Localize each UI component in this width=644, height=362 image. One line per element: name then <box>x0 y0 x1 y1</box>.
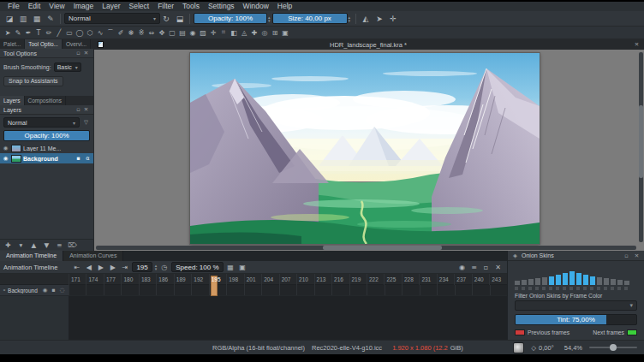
freehand-brush-tool-icon[interactable]: ✏ <box>44 27 54 39</box>
frame-243[interactable]: 243 <box>489 274 506 285</box>
frame-180[interactable]: 180 <box>121 274 138 285</box>
size-spinbuttons[interactable]: ▴ ▾ <box>349 15 351 22</box>
pan-tool-icon[interactable]: ⊞ <box>270 27 280 39</box>
add-layer-button[interactable]: ✚ <box>3 240 14 250</box>
float-docker-icon[interactable]: ▫ <box>480 262 492 273</box>
last-frame-button[interactable]: ⇥ <box>119 262 130 273</box>
tint-slider[interactable]: Tint: 75,00% <box>515 314 637 325</box>
brush-preset-icon[interactable]: ◪ <box>3 13 15 25</box>
menu-item-help[interactable]: Help <box>273 2 296 11</box>
auto-key-icon[interactable]: ◉ <box>456 262 468 273</box>
onion-frame-toggle[interactable] <box>611 287 614 290</box>
spin-down-icon[interactable]: ▾ <box>268 19 271 22</box>
frame-195[interactable]: 195 <box>209 274 226 285</box>
frame-240[interactable]: 240 <box>472 274 489 285</box>
zoom-tool-icon[interactable]: ◎ <box>259 27 270 39</box>
next-frames-color-swatch[interactable] <box>627 329 637 335</box>
frame-204[interactable]: 204 <box>261 274 278 285</box>
assistants-tool-icon[interactable]: ✛ <box>208 27 218 39</box>
frame-210[interactable]: 210 <box>296 274 313 285</box>
pattern-chooser-icon[interactable]: ▦ <box>31 13 43 25</box>
onion-opacity-bar[interactable] <box>604 278 609 285</box>
opacity-spinbuttons[interactable]: ▴ ▾ <box>268 15 271 22</box>
onion-opacity-bar[interactable] <box>583 275 588 285</box>
menu-item-view[interactable]: View <box>45 2 69 11</box>
onion-frame-toggle[interactable] <box>542 287 546 290</box>
move-layer-down-button[interactable]: ▼ <box>41 240 52 250</box>
onion-opacity-bar[interactable] <box>515 281 520 285</box>
snap-to-assistants-button[interactable]: Snap to Assistants <box>3 76 63 86</box>
onion-frame-toggle[interactable] <box>604 287 607 290</box>
frame-231[interactable]: 231 <box>419 274 436 285</box>
multibrush-tool-icon[interactable]: ※ <box>136 27 146 39</box>
brush-size-slider[interactable]: Size: 40,00 px <box>272 13 348 24</box>
layer-alpha-icon[interactable]: α <box>84 155 92 162</box>
frame-183[interactable]: 183 <box>139 274 156 285</box>
horizontal-scrollbar[interactable] <box>96 246 636 250</box>
menu-item-file[interactable]: File <box>3 2 24 11</box>
opacity-slider[interactable]: Opacity: 100% <box>194 13 267 24</box>
frame-219[interactable]: 219 <box>349 274 367 285</box>
onion-frame-toggle[interactable] <box>590 287 593 290</box>
onion-frame-toggle[interactable] <box>617 287 621 290</box>
previous-frames-color-swatch[interactable] <box>515 329 525 335</box>
onion-frame-toggle[interactable] <box>576 287 580 290</box>
onion-frame-toggle[interactable] <box>556 287 559 290</box>
onion-opacity-bar[interactable] <box>590 276 595 285</box>
menu-item-image[interactable]: Image <box>69 2 98 11</box>
onion-frame-toggle[interactable] <box>515 287 518 290</box>
onion-opacity-bar[interactable] <box>563 273 568 285</box>
layer-locked-icon[interactable]: ▪ <box>50 287 57 294</box>
frame-213[interactable]: 213 <box>314 274 331 285</box>
flow-icon[interactable]: ➤ <box>373 13 385 25</box>
tab-tool-options[interactable]: Tool Optio... <box>25 39 63 49</box>
tab-palette[interactable]: Palet... <box>0 39 25 49</box>
frame-225[interactable]: 225 <box>384 274 401 285</box>
polyline-tool-icon[interactable]: ∿ <box>95 27 105 39</box>
layer-row-2[interactable]: ◉ Background ▪ α <box>0 153 93 163</box>
close-docker-icon[interactable]: ✕ <box>82 50 90 56</box>
previous-frame-button[interactable]: ◀ <box>83 262 94 273</box>
drop-frames-icon[interactable]: ▦ <box>225 262 236 273</box>
wrap-around-icon[interactable]: ✛ <box>387 13 399 25</box>
export-animation-icon[interactable]: ▣ <box>237 262 248 273</box>
onion-frame-toggle[interactable] <box>528 287 532 290</box>
spin-down-icon[interactable]: ▾ <box>349 19 351 22</box>
line-tool-icon[interactable]: ╱ <box>54 27 64 39</box>
ellipse-tool-icon[interactable]: ◯ <box>75 27 85 39</box>
onion-opacity-bar[interactable] <box>617 280 623 285</box>
frame-186[interactable]: 186 <box>156 274 173 285</box>
menu-item-filter[interactable]: Filter <box>153 2 178 11</box>
onion-frame-toggle[interactable] <box>583 287 587 290</box>
first-frame-button[interactable]: ⇤ <box>71 262 82 273</box>
layer-properties-button[interactable]: ≡ <box>54 240 65 250</box>
close-docker-icon[interactable]: ✕ <box>492 262 504 273</box>
frame-grid[interactable] <box>69 285 507 296</box>
zoom-slider[interactable] <box>589 347 637 348</box>
onion-frame-toggle[interactable] <box>522 287 525 290</box>
save-preset-icon[interactable]: ⬓ <box>174 13 186 25</box>
onion-opacity-bar[interactable] <box>611 279 616 285</box>
blend-mode-combobox[interactable]: Normal ▾ <box>64 13 160 24</box>
horizontal-scrollbar-thumb[interactable] <box>323 246 442 250</box>
frame-spinbuttons[interactable]: ▴ ▾ <box>155 264 158 270</box>
spin-down-icon[interactable]: ▾ <box>155 267 158 270</box>
onion-frame-toggle[interactable] <box>624 287 628 290</box>
frame-ruler[interactable]: 1711741771801831861891921951982012042072… <box>0 274 507 285</box>
move-layer-up-button[interactable]: ▲ <box>28 240 39 250</box>
menu-item-layer[interactable]: Layer <box>98 2 124 11</box>
current-frame-spinbox[interactable]: 195 <box>132 262 152 272</box>
menu-item-select[interactable]: Select <box>125 2 154 11</box>
vertical-scrollbar-thumb[interactable] <box>639 105 643 177</box>
onion-frame-toggle[interactable] <box>535 287 539 290</box>
enclose-fill-tool-icon[interactable]: ◬ <box>239 27 249 39</box>
gradient-tool-icon[interactable]: ▤ <box>177 27 188 39</box>
frame-237[interactable]: 237 <box>454 274 471 285</box>
frame-228[interactable]: 228 <box>402 274 419 285</box>
brush-smoothing-combobox[interactable]: Basic ▾ <box>54 62 81 72</box>
close-document-icon[interactable]: ✕ <box>633 41 641 48</box>
polygon-tool-icon[interactable]: ⬡ <box>85 27 95 39</box>
onion-opacity-bar[interactable] <box>549 276 554 285</box>
edit-brush-settings-icon[interactable]: ✎ <box>45 13 57 25</box>
fill-tool-icon[interactable]: ◧ <box>229 27 239 39</box>
